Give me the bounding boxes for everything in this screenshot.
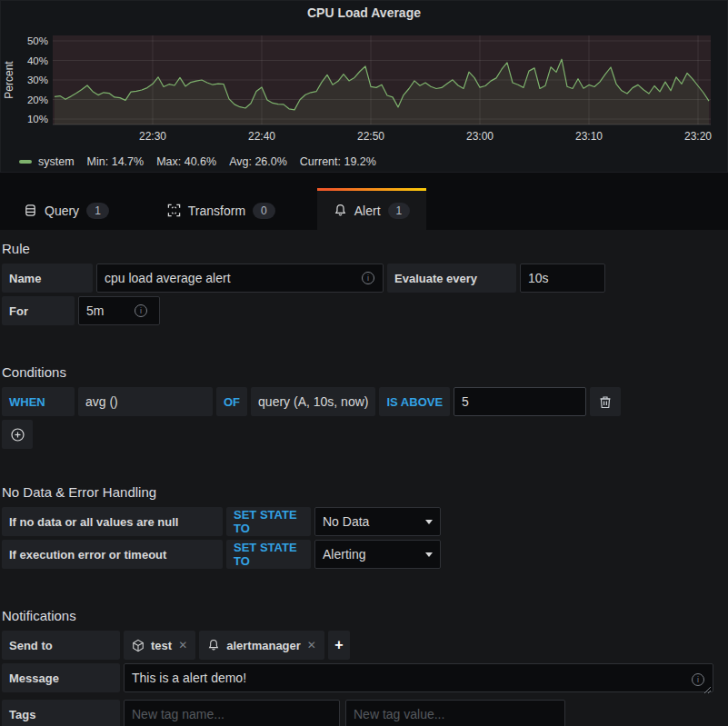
alert-form: Rule Name i Evaluate every For i Conditi… bbox=[0, 241, 728, 726]
trash-icon bbox=[599, 395, 612, 409]
error-label: If execution error or timeout bbox=[2, 540, 223, 569]
evaluate-input-wrap bbox=[520, 264, 605, 293]
legend-min: Min: 14.7% bbox=[87, 155, 145, 168]
add-condition-row bbox=[2, 420, 713, 449]
channel-name: test bbox=[151, 639, 172, 652]
tag-value-wrap bbox=[345, 700, 565, 726]
no-data-row: If no data or all values are null SET ST… bbox=[2, 507, 713, 536]
name-input-wrap: i bbox=[96, 264, 384, 293]
error-select-value: Alerting bbox=[323, 547, 365, 562]
legend-avg: Avg: 26.0% bbox=[229, 155, 287, 168]
error-set-state: SET STATE TO bbox=[226, 540, 311, 569]
chart-legend: system Min: 14.7% Max: 40.6% Avg: 26.0% … bbox=[19, 155, 727, 168]
no-data-select[interactable]: No Data bbox=[314, 507, 441, 536]
info-icon[interactable]: i bbox=[362, 272, 374, 284]
svg-text:50%: 50% bbox=[27, 35, 48, 46]
remove-channel-icon[interactable]: ✕ bbox=[178, 639, 187, 651]
message-textarea[interactable]: This is a alert demo! bbox=[124, 663, 713, 692]
editor-tabs: Query 1 Transform 0 Alert 1 bbox=[0, 173, 728, 230]
message-input-wrap: This is a alert demo! i bbox=[124, 663, 713, 696]
tags-label: Tags bbox=[2, 700, 120, 726]
tab-transform[interactable]: Transform 0 bbox=[151, 188, 292, 230]
info-icon[interactable]: i bbox=[692, 673, 704, 686]
tag-name-wrap bbox=[124, 700, 340, 726]
svg-text:20%: 20% bbox=[27, 94, 48, 105]
svg-text:22:40: 22:40 bbox=[248, 130, 275, 143]
message-label: Message bbox=[2, 663, 120, 692]
name-input[interactable] bbox=[96, 264, 384, 293]
query-segment[interactable]: query (A, 10s, now) bbox=[251, 387, 375, 416]
chevron-down-icon bbox=[425, 520, 433, 524]
rule-row-2: For i bbox=[2, 296, 713, 325]
operator-keyword[interactable]: IS ABOVE bbox=[379, 387, 450, 416]
for-input[interactable] bbox=[78, 296, 160, 325]
tab-transform-badge: 0 bbox=[253, 203, 275, 219]
delete-condition-button[interactable] bbox=[590, 387, 621, 416]
tag-name-input[interactable] bbox=[124, 700, 340, 726]
bell-icon bbox=[334, 204, 347, 217]
tab-query[interactable]: Query 1 bbox=[7, 188, 125, 230]
tab-alert-label: Alert bbox=[354, 204, 381, 218]
name-label: Name bbox=[2, 264, 93, 293]
legend-series-name: system bbox=[38, 155, 75, 168]
add-condition-button[interactable] bbox=[2, 420, 33, 449]
chart: 10%20%30%40%50%22:3022:4022:5023:0023:10… bbox=[1, 28, 727, 150]
error-select[interactable]: Alerting bbox=[314, 540, 441, 569]
tab-alert-badge: 1 bbox=[388, 203, 411, 219]
tab-alert[interactable]: Alert 1 bbox=[317, 188, 426, 230]
tab-query-badge: 1 bbox=[86, 203, 109, 219]
svg-text:40%: 40% bbox=[27, 55, 48, 66]
bell-icon bbox=[207, 639, 220, 651]
legend-max: Max: 40.6% bbox=[156, 155, 216, 168]
webhook-icon bbox=[132, 639, 145, 652]
svg-text:Percent: Percent bbox=[3, 61, 15, 99]
threshold-input[interactable] bbox=[454, 387, 586, 416]
database-icon bbox=[24, 204, 37, 217]
conditions-heading: Conditions bbox=[2, 364, 713, 380]
add-channel-button[interactable]: + bbox=[328, 631, 350, 660]
tab-query-label: Query bbox=[45, 204, 79, 218]
for-input-wrap: i bbox=[78, 296, 160, 325]
legend-current: Current: 19.2% bbox=[300, 155, 376, 168]
when-keyword[interactable]: WHEN bbox=[2, 387, 75, 416]
svg-text:10%: 10% bbox=[27, 114, 48, 124]
cpu-load-chart[interactable]: 10%20%30%40%50%22:3022:4022:5023:0023:10… bbox=[1, 28, 728, 146]
evaluate-every-input[interactable] bbox=[520, 264, 605, 293]
legend-swatch-icon bbox=[19, 160, 32, 164]
send-to-row: Send to test ✕ alertmanager ✕ + bbox=[2, 631, 713, 660]
message-row: Message This is a alert demo! i bbox=[2, 663, 713, 696]
cpu-load-panel: CPU Load Average 10%20%30%40%50%22:3022:… bbox=[0, 0, 728, 173]
aggregation-segment[interactable]: avg () bbox=[78, 387, 213, 416]
no-data-select-value: No Data bbox=[323, 514, 369, 529]
remove-channel-icon[interactable]: ✕ bbox=[307, 639, 316, 651]
send-to-label: Send to bbox=[2, 631, 120, 660]
for-label: For bbox=[2, 296, 75, 325]
chevron-down-icon bbox=[425, 552, 433, 557]
svg-text:22:30: 22:30 bbox=[139, 130, 166, 143]
notifications-heading: Notifications bbox=[2, 608, 713, 623]
transform-icon bbox=[167, 204, 181, 217]
panel-title: CPU Load Average bbox=[1, 5, 727, 22]
rule-row-1: Name i Evaluate every bbox=[2, 264, 713, 293]
of-keyword[interactable]: OF bbox=[216, 387, 247, 416]
no-data-label: If no data or all values are null bbox=[2, 507, 223, 536]
svg-text:22:50: 22:50 bbox=[357, 130, 384, 143]
error-row: If execution error or timeout SET STATE … bbox=[2, 540, 713, 569]
tab-transform-label: Transform bbox=[188, 204, 245, 218]
no-data-set-state: SET STATE TO bbox=[226, 507, 311, 536]
info-icon[interactable]: i bbox=[135, 304, 147, 317]
svg-text:30%: 30% bbox=[27, 75, 48, 85]
svg-text:23:00: 23:00 bbox=[466, 130, 494, 143]
circle-plus-icon bbox=[10, 427, 25, 443]
svg-text:23:20: 23:20 bbox=[684, 130, 712, 143]
tag-value-input[interactable] bbox=[345, 700, 565, 726]
tags-row: Tags bbox=[2, 700, 713, 726]
resize-handle-icon[interactable] bbox=[703, 686, 712, 694]
legend-series[interactable]: system bbox=[19, 155, 75, 168]
threshold-input-wrap bbox=[454, 387, 586, 416]
rule-heading: Rule bbox=[2, 241, 713, 256]
channel-chip-test[interactable]: test ✕ bbox=[124, 631, 195, 660]
no-data-heading: No Data & Error Handling bbox=[2, 484, 713, 500]
channel-name: alertmanager bbox=[226, 639, 301, 652]
channel-chip-alertmanager[interactable]: alertmanager ✕ bbox=[199, 631, 324, 660]
